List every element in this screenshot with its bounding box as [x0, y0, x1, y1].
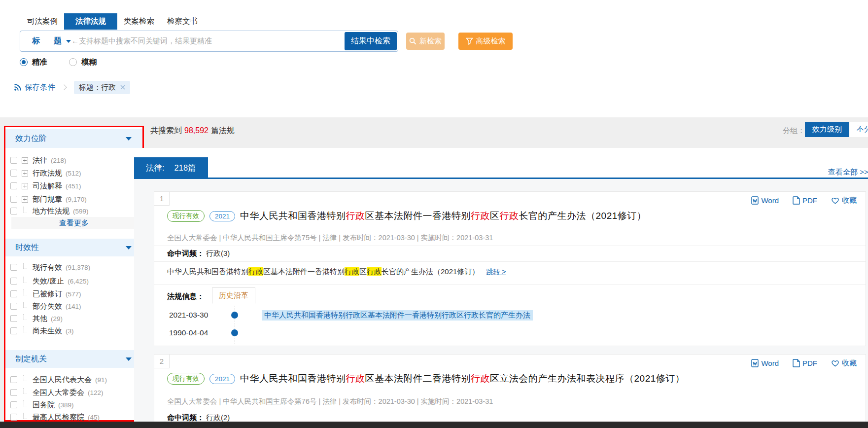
search-input[interactable]: ←支持标题中搜索不同关键词，结果更精准 [71, 31, 212, 51]
pdf-download-button[interactable]: PDF [793, 358, 817, 368]
word-download-button[interactable]: Word [751, 196, 779, 205]
radio-fuzzy[interactable]: 模糊 [69, 57, 97, 68]
snippet-text: 中华人民共和国香港特别行政区基本法附件一香港特别行政区行政长官的产生办法（202… [167, 267, 479, 276]
group-tab-underline [134, 178, 868, 179]
favorite-label: 收藏 [842, 196, 857, 205]
expand-plus-icon[interactable] [22, 196, 28, 203]
tree-branch-icon [23, 375, 27, 381]
expand-plus-icon[interactable] [22, 170, 28, 177]
tree-branch-icon [23, 326, 27, 332]
filter-count: (9,170) [66, 196, 87, 203]
search-in-results-button[interactable]: 结果中检索 [345, 32, 397, 50]
filter-label: 行政法规 [33, 169, 62, 177]
divider [154, 261, 866, 262]
filter-section-effect-level-header[interactable]: 效力位阶 [5, 129, 142, 148]
filter-label: 部门规章 [33, 195, 62, 203]
radio-fuzzy-label: 模糊 [81, 57, 97, 68]
save-conditions-link[interactable]: 保存条件 [25, 82, 55, 93]
favorite-button[interactable]: 收藏 [831, 196, 857, 205]
filter-label: 已被修订 [33, 289, 62, 298]
year-badge: 2021 [209, 211, 235, 221]
close-icon[interactable] [120, 85, 125, 90]
word-download-button[interactable]: Word [751, 358, 779, 368]
radio-precise-label: 精准 [32, 57, 47, 68]
filter-section-issuing-authority-header[interactable]: 制定机关 [5, 350, 142, 368]
checkbox[interactable] [10, 196, 17, 203]
result-item-1: 1 Word PDF 收藏 现行有效 2021 中华人民共和国香港特别行政区基本… [154, 191, 866, 346]
results-card-header [134, 148, 868, 178]
checkbox[interactable] [10, 290, 17, 297]
collapse-caret-icon [126, 137, 132, 141]
collapse-caret-icon [126, 357, 132, 361]
timeline-dot-icon [231, 329, 238, 336]
new-search-button[interactable]: 新检索 [406, 33, 445, 50]
tree-branch-icon [23, 400, 27, 406]
favorite-label: 收藏 [842, 358, 857, 368]
search-box[interactable]: 标 题 ←支持标题中搜索不同关键词，结果更精准 结果中检索 [20, 31, 398, 52]
view-more-button[interactable]: 查看更多 [11, 217, 137, 229]
filter-label: 全国人民代表大会 [33, 375, 92, 384]
checkbox[interactable] [10, 157, 17, 164]
timeline-doc-link[interactable]: 中华人民共和国香港特别行政区基本法附件一香港特别行政区行政长官的产生办法 [262, 310, 533, 321]
tab-procuratorial-documents[interactable]: 检察文书 [161, 13, 204, 30]
advanced-search-button[interactable]: 高级检索 [458, 33, 513, 50]
tree-branch-icon [23, 277, 27, 283]
tab-judicial-cases[interactable]: 司法案例 [21, 13, 64, 30]
summary-suffix: 篇法规 [211, 126, 235, 135]
favorite-button[interactable]: 收藏 [831, 358, 857, 368]
filter-label: 部分失效 [33, 302, 62, 310]
group-tab-law[interactable]: 法律: 218篇 [134, 157, 208, 178]
jump-link[interactable]: 跳转 > [486, 268, 506, 276]
group-none-button[interactable]: 不分 [849, 122, 868, 137]
checkbox[interactable] [10, 414, 17, 421]
hit-label: 命中词频： [167, 249, 204, 257]
checkbox[interactable] [10, 264, 17, 271]
result-title-link[interactable]: 中华人民共和国香港特别行政区基本法附件一香港特别行政区行政长官的产生办法（202… [240, 210, 646, 222]
view-all-link[interactable]: 查看全部 >> [828, 168, 868, 177]
radio-precise[interactable]: 精准 [20, 57, 47, 68]
filter-count: (599) [73, 208, 89, 215]
expand-plus-icon[interactable] [22, 157, 28, 164]
timeline-dot-icon [231, 312, 238, 319]
checkbox[interactable] [10, 376, 17, 383]
funnel-icon [466, 37, 473, 45]
tab-similar-cases[interactable]: 类案检索 [117, 13, 161, 30]
tab-laws-regulations[interactable]: 法律法规 [64, 13, 117, 30]
search-condition-tag[interactable]: 标题：行政 [74, 81, 130, 94]
item-actions: Word PDF 收藏 [751, 196, 857, 205]
chevron-right-icon [61, 84, 67, 90]
search-scope-dropdown[interactable]: 标 题 [32, 31, 71, 51]
tree-branch-icon [23, 314, 27, 320]
filter-label: 国务院 [33, 400, 55, 409]
law-search-page: { "tabs": [ {"label": "司法案例"}, {"label":… [0, 0, 868, 428]
checkbox[interactable] [10, 303, 17, 310]
hit-value: 行政(2) [206, 413, 230, 422]
checkbox[interactable] [10, 389, 17, 396]
result-meta: 全国人大常委会 | 中华人民共和国主席令第75号 | 法律 | 发布时间：202… [167, 233, 493, 243]
checkbox[interactable] [10, 170, 17, 177]
filter-count: (91) [95, 376, 107, 384]
checkbox[interactable] [10, 401, 17, 408]
group-by-effect-level-button[interactable]: 效力级别 [805, 122, 849, 137]
bottom-scrollbar[interactable] [0, 422, 868, 428]
checkbox[interactable] [10, 315, 17, 322]
checkbox[interactable] [10, 327, 17, 334]
pdf-download-button[interactable]: PDF [793, 196, 817, 205]
filter-section-validity-header[interactable]: 时效性 [5, 239, 142, 256]
divider [154, 409, 866, 409]
history-evolution-tab[interactable]: 历史沿革 [212, 287, 255, 304]
checkbox[interactable] [10, 208, 17, 214]
checkbox[interactable] [10, 278, 17, 285]
tree-branch-icon [23, 263, 27, 269]
collapse-caret-icon [126, 246, 132, 250]
filter-sidebar-red-annotation: 效力位阶 法律(218) 行政法规(512) 司法解释(451) 部门规章(9,… [4, 126, 144, 422]
result-item-2: 2 Word PDF 收藏 现行有效 2021 中华人民共和国香港特别行政区基本… [154, 354, 866, 428]
result-title-link[interactable]: 中华人民共和国香港特别行政区基本法附件二香港特别行政区立法会的产生办法和表决程序… [240, 372, 685, 385]
year-badge: 2021 [209, 374, 235, 384]
filter-count: (3) [66, 327, 74, 335]
checkbox[interactable] [10, 182, 17, 189]
expand-plus-icon[interactable] [22, 183, 28, 189]
tree-branch-icon [23, 302, 27, 308]
filter-label: 失效/废止 [33, 277, 64, 285]
summary-prefix: 共搜索到 [150, 126, 182, 135]
